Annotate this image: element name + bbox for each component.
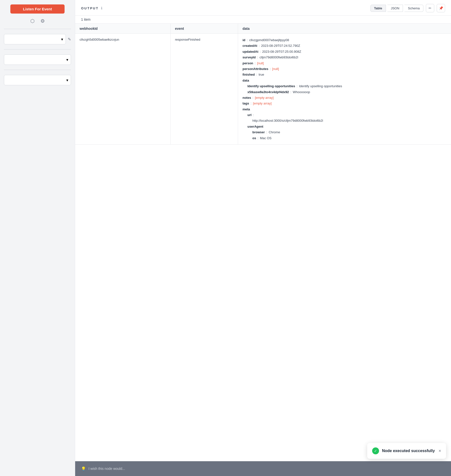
key-x5t: x5tkasw9a3to4rx4dpf4dx92 <box>247 89 289 95</box>
key-browser: browser <box>252 129 265 135</box>
feedback-bar: 💡 I wish this node would... <box>75 461 451 476</box>
pin-icon: 📌 <box>439 6 443 10</box>
key-data-section: data <box>243 78 447 83</box>
toast-success-icon: ✓ <box>372 447 379 454</box>
toast-notification: ✓ Node executed successfully × <box>367 443 446 459</box>
key-r95: Identify upselling opportunities <box>247 83 295 89</box>
cell-event: responseFinished <box>170 34 238 145</box>
gear-icon[interactable]: ⚙ <box>40 18 45 24</box>
table-row: cllvzgh5d0005wbaelkzcxjun responseFinish… <box>75 34 451 145</box>
header-controls: Table JSON Schema ✏ 📌 <box>370 4 445 12</box>
val-surveyId: clljm79d8000fwb93tdoi6b2l <box>260 54 298 60</box>
key-person: person <box>243 60 253 66</box>
item-count: 1 item <box>75 16 451 24</box>
key-surveyId: surveyId <box>243 54 256 60</box>
output-title: OUTPUT <box>81 6 99 10</box>
col-header-webhookId: webhookId <box>75 24 170 34</box>
output-title-area: OUTPUT ℹ <box>81 6 102 10</box>
check-icon: ✓ <box>374 449 377 453</box>
data-row-createdAt: createdAt : 2023-08-29T07:24:52.790Z <box>243 43 447 49</box>
key-meta: meta <box>243 106 447 112</box>
data-row-updatedAt: updatedAt : 2023-08-29T07:25:00.908Z <box>243 49 447 54</box>
feedback-placeholder[interactable]: I wish this node would... <box>88 467 445 471</box>
data-row-url-label: url : <box>247 112 447 118</box>
pin-button[interactable]: 📌 <box>437 4 445 12</box>
data-row-id: id : cllvzgpmd0007wbaejltpyy08 <box>243 37 447 43</box>
dropdown-3[interactable]: ▾ <box>4 75 71 85</box>
chevron-down-icon-3: ▾ <box>66 78 68 83</box>
data-nested-section: Identify upselling opportunities : Ident… <box>243 83 447 95</box>
key-id: id <box>243 37 245 43</box>
val-id: cllvzgpmd0007wbaejltpyy08 <box>249 37 289 43</box>
view-table-button[interactable]: Table <box>370 5 386 12</box>
val-url: http://localhost:3000/s/clljm79d8000fwb9… <box>252 119 323 122</box>
meta-content: url : http://localhost:3000/s/clljm79d80… <box>243 112 447 141</box>
val-person: [null] <box>257 60 264 66</box>
output-table: webhookId event data cllvzgh5d0005wbaelk… <box>75 24 451 145</box>
toast-message: Node executed successfully <box>382 449 435 453</box>
val-createdAt: 2023-08-29T07:24:52.790Z <box>261 43 300 49</box>
pencil-button[interactable]: ✏ <box>426 4 434 12</box>
val-finished: true <box>259 72 264 77</box>
key-updatedAt: updatedAt <box>243 49 258 54</box>
sidebar-divider-2 <box>4 49 71 50</box>
data-row-browser: browser : Chrome <box>252 129 447 135</box>
val-os: Mac OS <box>260 135 272 141</box>
data-row-x5t: x5tkasw9a3to4rx4dpf4dx92 : Whoooooop <box>247 89 447 95</box>
key-personAttributes: personAttributes <box>243 66 268 72</box>
user-agent-section: userAgent browser : Chrome os <box>247 124 447 141</box>
val-notes: [empty array] <box>255 95 274 101</box>
table-container[interactable]: webhookId event data cllvzgh5d0005wbaelk… <box>75 24 451 476</box>
url-value: http://localhost:3000/s/clljm79d8000fwb9… <box>247 118 447 123</box>
data-row-person: person : [null] <box>243 60 447 66</box>
table-header-row: webhookId event data <box>75 24 451 34</box>
cube-icon[interactable]: ⬡ <box>30 18 35 24</box>
data-row-personAttributes: personAttributes : [null] <box>243 66 447 72</box>
val-x5t: Whoooooop <box>293 89 310 95</box>
val-r95: Identify upselling opportunities <box>299 83 342 89</box>
meta-section: meta url : http://localhost:3000/s/clljm… <box>243 106 447 141</box>
dropdown-1[interactable]: ▾ <box>4 34 66 44</box>
data-row-tags: tags : [empty array] <box>243 101 447 106</box>
data-row-r95: Identify upselling opportunities : Ident… <box>247 83 447 89</box>
listen-for-event-button[interactable]: Listen For Event <box>10 4 65 14</box>
edit-icon-1[interactable]: ✎ <box>68 37 71 42</box>
key-userAgent: userAgent <box>247 124 447 129</box>
dropdown-1-container: ▾ ✎ <box>4 34 71 44</box>
data-row-notes: notes : [empty array] <box>243 95 447 101</box>
key-os: os <box>252 135 256 141</box>
sidebar: Listen For Event ⬡ ⚙ ▾ ✎ ▾ ▾ <box>0 0 75 476</box>
dropdown-2[interactable]: ▾ <box>4 54 71 65</box>
main-panel: OUTPUT ℹ Table JSON Schema ✏ 📌 1 item we… <box>75 0 451 476</box>
sidebar-icon-group: ⬡ ⚙ <box>30 18 45 24</box>
key-url: url <box>247 112 252 118</box>
chevron-down-icon-2: ▾ <box>66 57 68 62</box>
val-browser: Chrome <box>269 129 280 135</box>
cell-data: id : cllvzgpmd0007wbaejltpyy08 createdAt… <box>238 34 451 145</box>
view-json-button[interactable]: JSON <box>387 5 403 12</box>
val-updatedAt: 2023-08-29T07:25:00.908Z <box>262 49 301 54</box>
chevron-down-icon-1: ▾ <box>61 37 63 42</box>
toast-close-button[interactable]: × <box>438 448 441 454</box>
val-tags: [empty array] <box>253 101 272 106</box>
pencil-icon: ✏ <box>429 6 432 10</box>
info-icon[interactable]: ℹ <box>101 6 102 10</box>
data-section: data Identify upselling opportunities : … <box>243 78 447 95</box>
user-agent-content: browser : Chrome os : Mac OS <box>247 129 447 141</box>
key-tags: tags <box>243 101 249 106</box>
sidebar-divider-3 <box>4 70 71 70</box>
data-row-finished: finished : true <box>243 72 447 77</box>
col-header-event: event <box>170 24 238 34</box>
data-row-os: os : Mac OS <box>252 135 447 141</box>
col-header-data: data <box>238 24 451 34</box>
key-createdAt: createdAt <box>243 43 257 49</box>
sidebar-divider-1 <box>4 29 71 29</box>
output-header: OUTPUT ℹ Table JSON Schema ✏ 📌 <box>75 0 451 16</box>
data-row-surveyId: surveyId : clljm79d8000fwb93tdoi6b2l <box>243 54 447 60</box>
view-schema-button[interactable]: Schema <box>404 5 423 12</box>
val-personAttributes: [null] <box>272 66 279 72</box>
cell-webhookId: cllvzgh5d0005wbaelkzcxjun <box>75 34 170 145</box>
lightbulb-icon: 💡 <box>81 466 86 471</box>
key-finished: finished <box>243 72 255 77</box>
key-notes: notes <box>243 95 251 101</box>
